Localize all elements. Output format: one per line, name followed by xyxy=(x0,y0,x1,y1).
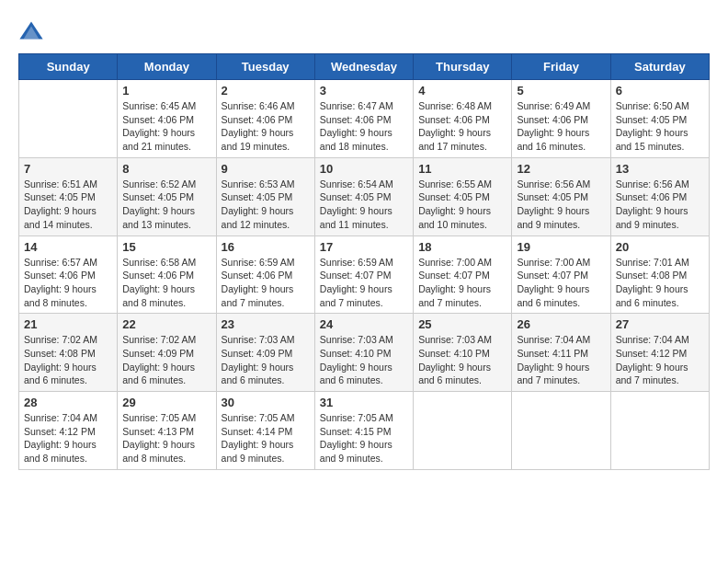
calendar-cell: 7Sunrise: 6:51 AM Sunset: 4:05 PM Daylig… xyxy=(19,157,118,236)
logo xyxy=(18,18,48,44)
day-number: 29 xyxy=(122,396,210,409)
day-header: Saturday xyxy=(610,54,709,80)
calendar-cell: 11Sunrise: 6:55 AM Sunset: 4:05 PM Dayli… xyxy=(414,157,512,236)
day-info: Sunrise: 6:45 AM Sunset: 4:06 PM Dayligh… xyxy=(122,99,210,154)
calendar-cell: 24Sunrise: 7:03 AM Sunset: 4:10 PM Dayli… xyxy=(314,314,413,392)
day-info: Sunrise: 6:54 AM Sunset: 4:05 PM Dayligh… xyxy=(320,178,408,232)
day-info: Sunrise: 6:49 AM Sunset: 4:06 PM Dayligh… xyxy=(517,99,605,154)
day-number: 23 xyxy=(222,317,310,331)
day-number: 27 xyxy=(616,317,704,331)
calendar-cell: 12Sunrise: 6:56 AM Sunset: 4:05 PM Dayli… xyxy=(512,157,610,236)
logo-icon xyxy=(18,18,44,44)
day-info: Sunrise: 6:59 AM Sunset: 4:07 PM Dayligh… xyxy=(320,256,408,310)
day-number: 22 xyxy=(122,317,210,331)
day-info: Sunrise: 6:56 AM Sunset: 4:05 PM Dayligh… xyxy=(517,178,605,232)
calendar-cell: 8Sunrise: 6:52 AM Sunset: 4:05 PM Daylig… xyxy=(118,157,216,236)
day-number: 4 xyxy=(418,84,506,98)
calendar-cell xyxy=(414,392,512,470)
calendar-cell: 27Sunrise: 7:04 AM Sunset: 4:12 PM Dayli… xyxy=(610,314,709,392)
day-info: Sunrise: 6:52 AM Sunset: 4:05 PM Dayligh… xyxy=(122,178,210,232)
day-number: 10 xyxy=(320,162,408,176)
calendar-cell: 9Sunrise: 6:53 AM Sunset: 4:05 PM Daylig… xyxy=(216,157,314,236)
day-number: 28 xyxy=(24,396,112,409)
calendar-cell: 17Sunrise: 6:59 AM Sunset: 4:07 PM Dayli… xyxy=(314,236,413,314)
calendar-cell: 23Sunrise: 7:03 AM Sunset: 4:09 PM Dayli… xyxy=(216,314,314,392)
calendar-cell: 19Sunrise: 7:00 AM Sunset: 4:07 PM Dayli… xyxy=(512,236,610,314)
calendar-cell: 10Sunrise: 6:54 AM Sunset: 4:05 PM Dayli… xyxy=(314,157,413,236)
calendar-cell: 30Sunrise: 7:05 AM Sunset: 4:14 PM Dayli… xyxy=(216,392,314,470)
day-info: Sunrise: 7:03 AM Sunset: 4:10 PM Dayligh… xyxy=(418,333,506,387)
day-info: Sunrise: 6:46 AM Sunset: 4:06 PM Dayligh… xyxy=(222,99,310,154)
day-info: Sunrise: 6:51 AM Sunset: 4:05 PM Dayligh… xyxy=(24,178,112,232)
calendar-cell: 29Sunrise: 7:05 AM Sunset: 4:13 PM Dayli… xyxy=(118,392,216,470)
calendar-cell: 15Sunrise: 6:58 AM Sunset: 4:06 PM Dayli… xyxy=(118,236,216,314)
day-number: 26 xyxy=(517,317,605,331)
day-info: Sunrise: 7:05 AM Sunset: 4:14 PM Dayligh… xyxy=(222,411,310,465)
day-number: 20 xyxy=(616,240,704,254)
day-info: Sunrise: 7:05 AM Sunset: 4:15 PM Dayligh… xyxy=(320,411,408,465)
day-number: 17 xyxy=(320,240,408,254)
calendar-header-row: SundayMondayTuesdayWednesdayThursdayFrid… xyxy=(19,54,710,80)
calendar-cell xyxy=(19,80,118,158)
day-header: Friday xyxy=(512,54,610,80)
calendar-cell: 21Sunrise: 7:02 AM Sunset: 4:08 PM Dayli… xyxy=(19,314,118,392)
calendar-cell: 6Sunrise: 6:50 AM Sunset: 4:05 PM Daylig… xyxy=(610,80,709,158)
day-header: Monday xyxy=(118,54,216,80)
day-info: Sunrise: 7:04 AM Sunset: 4:12 PM Dayligh… xyxy=(24,411,112,465)
day-header: Thursday xyxy=(414,54,512,80)
day-info: Sunrise: 6:57 AM Sunset: 4:06 PM Dayligh… xyxy=(24,256,112,310)
day-header: Wednesday xyxy=(314,54,413,80)
day-number: 18 xyxy=(418,240,506,254)
calendar-cell: 28Sunrise: 7:04 AM Sunset: 4:12 PM Dayli… xyxy=(19,392,118,470)
day-header: Sunday xyxy=(19,54,118,80)
day-info: Sunrise: 7:00 AM Sunset: 4:07 PM Dayligh… xyxy=(418,256,506,310)
day-number: 5 xyxy=(517,84,605,98)
calendar-week-row: 7Sunrise: 6:51 AM Sunset: 4:05 PM Daylig… xyxy=(19,157,710,236)
day-number: 9 xyxy=(222,162,310,176)
calendar-cell: 4Sunrise: 6:48 AM Sunset: 4:06 PM Daylig… xyxy=(414,80,512,158)
day-number: 21 xyxy=(24,317,112,331)
calendar-cell xyxy=(610,392,709,470)
calendar-cell: 14Sunrise: 6:57 AM Sunset: 4:06 PM Dayli… xyxy=(19,236,118,314)
day-number: 14 xyxy=(24,240,112,254)
calendar-week-row: 1Sunrise: 6:45 AM Sunset: 4:06 PM Daylig… xyxy=(19,80,710,158)
calendar-cell: 18Sunrise: 7:00 AM Sunset: 4:07 PM Dayli… xyxy=(414,236,512,314)
day-number: 16 xyxy=(222,240,310,254)
calendar-table: SundayMondayTuesdayWednesdayThursdayFrid… xyxy=(18,53,710,470)
day-info: Sunrise: 7:05 AM Sunset: 4:13 PM Dayligh… xyxy=(122,411,210,465)
day-number: 2 xyxy=(222,84,310,98)
calendar-cell: 16Sunrise: 6:59 AM Sunset: 4:06 PM Dayli… xyxy=(216,236,314,314)
day-number: 12 xyxy=(517,162,605,176)
day-number: 13 xyxy=(616,162,704,176)
day-number: 31 xyxy=(320,396,408,409)
calendar-week-row: 14Sunrise: 6:57 AM Sunset: 4:06 PM Dayli… xyxy=(19,236,710,314)
calendar-week-row: 21Sunrise: 7:02 AM Sunset: 4:08 PM Dayli… xyxy=(19,314,710,392)
day-info: Sunrise: 6:48 AM Sunset: 4:06 PM Dayligh… xyxy=(418,99,506,154)
day-number: 19 xyxy=(517,240,605,254)
day-info: Sunrise: 6:56 AM Sunset: 4:06 PM Dayligh… xyxy=(616,178,704,232)
day-info: Sunrise: 6:55 AM Sunset: 4:05 PM Dayligh… xyxy=(418,178,506,232)
day-number: 25 xyxy=(418,317,506,331)
day-number: 8 xyxy=(122,162,210,176)
day-info: Sunrise: 6:59 AM Sunset: 4:06 PM Dayligh… xyxy=(222,256,310,310)
calendar-cell: 31Sunrise: 7:05 AM Sunset: 4:15 PM Dayli… xyxy=(314,392,413,470)
day-number: 15 xyxy=(122,240,210,254)
day-info: Sunrise: 7:00 AM Sunset: 4:07 PM Dayligh… xyxy=(517,256,605,310)
day-header: Tuesday xyxy=(216,54,314,80)
calendar-cell: 2Sunrise: 6:46 AM Sunset: 4:06 PM Daylig… xyxy=(216,80,314,158)
page-header xyxy=(18,18,710,44)
day-info: Sunrise: 7:02 AM Sunset: 4:08 PM Dayligh… xyxy=(24,333,112,387)
day-info: Sunrise: 7:04 AM Sunset: 4:11 PM Dayligh… xyxy=(517,333,605,387)
calendar-cell xyxy=(512,392,610,470)
calendar-cell: 1Sunrise: 6:45 AM Sunset: 4:06 PM Daylig… xyxy=(118,80,216,158)
day-info: Sunrise: 7:03 AM Sunset: 4:09 PM Dayligh… xyxy=(222,333,310,387)
day-number: 6 xyxy=(616,84,704,98)
day-info: Sunrise: 6:47 AM Sunset: 4:06 PM Dayligh… xyxy=(320,99,408,154)
day-info: Sunrise: 6:58 AM Sunset: 4:06 PM Dayligh… xyxy=(122,256,210,310)
day-info: Sunrise: 7:02 AM Sunset: 4:09 PM Dayligh… xyxy=(122,333,210,387)
day-info: Sunrise: 7:03 AM Sunset: 4:10 PM Dayligh… xyxy=(320,333,408,387)
calendar-cell: 25Sunrise: 7:03 AM Sunset: 4:10 PM Dayli… xyxy=(414,314,512,392)
calendar-cell: 26Sunrise: 7:04 AM Sunset: 4:11 PM Dayli… xyxy=(512,314,610,392)
day-number: 1 xyxy=(122,84,210,98)
calendar-cell: 5Sunrise: 6:49 AM Sunset: 4:06 PM Daylig… xyxy=(512,80,610,158)
